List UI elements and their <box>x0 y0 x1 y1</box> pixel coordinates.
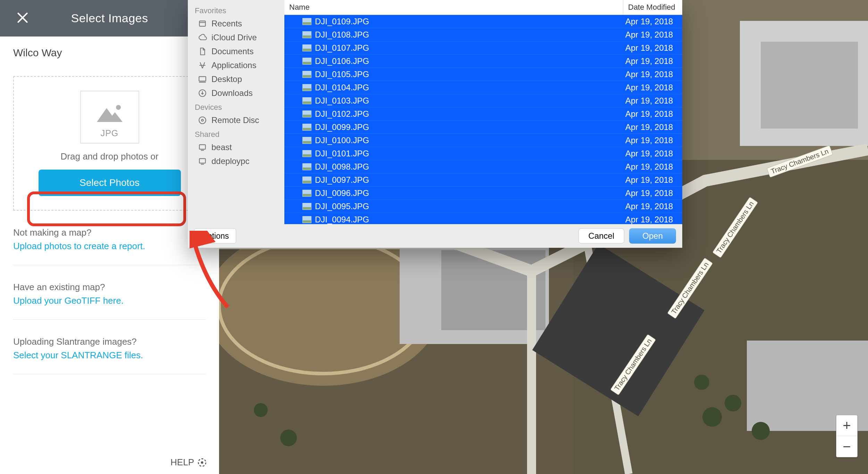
file-row[interactable]: DJI_0102.JPGApr 19, 2018 <box>284 107 682 121</box>
select-photos-button[interactable]: Select Photos <box>39 170 181 196</box>
svg-rect-36 <box>199 158 205 163</box>
file-row[interactable]: DJI_0099.JPGApr 19, 2018 <box>284 121 682 134</box>
file-row[interactable]: DJI_0101.JPGApr 19, 2018 <box>284 147 682 160</box>
icloud-drive-icon <box>198 33 207 42</box>
cancel-button[interactable]: Cancel <box>578 228 625 244</box>
file-date: Apr 19, 2018 <box>623 149 682 158</box>
svg-rect-13 <box>761 42 858 129</box>
sidebar-item-label: Remote Disc <box>211 115 259 125</box>
sidebar-item-label: Downloads <box>211 88 253 98</box>
sidebar-item-favorites[interactable]: iCloud Drive <box>188 31 284 44</box>
image-file-icon <box>302 84 311 91</box>
sidebar-item-favorites[interactable]: Desktop <box>188 72 284 86</box>
dialog-sidebar: Favorites RecentsiCloud DriveDocumentsAp… <box>188 0 284 224</box>
recents-icon <box>198 19 207 28</box>
file-name: DJI_0106.JPG <box>315 56 369 66</box>
file-date: Apr 19, 2018 <box>623 162 682 172</box>
file-open-dialog: Favorites RecentsiCloud DriveDocumentsAp… <box>188 0 682 248</box>
file-row[interactable]: DJI_0103.JPGApr 19, 2018 <box>284 94 682 107</box>
file-name: DJI_0094.JPG <box>315 215 369 224</box>
info-link[interactable]: Upload photos to create a report. <box>13 241 145 251</box>
zoom-out-button[interactable]: − <box>836 436 857 457</box>
mountains-icon <box>95 103 125 123</box>
zoom-in-button[interactable]: + <box>836 415 857 436</box>
documents-icon <box>198 47 207 56</box>
remote-disc-icon <box>198 115 207 125</box>
file-name: DJI_0104.JPG <box>315 83 369 92</box>
file-date: Apr 19, 2018 <box>623 109 682 119</box>
options-button[interactable]: Options <box>194 228 236 244</box>
svg-point-24 <box>752 422 770 440</box>
panel-header: Select Images <box>0 0 219 36</box>
file-row[interactable]: DJI_0096.JPGApr 19, 2018 <box>284 187 682 200</box>
dropzone-text: Drag and drop photos or <box>31 151 188 162</box>
svg-point-22 <box>725 395 741 411</box>
file-date: Apr 19, 2018 <box>623 30 682 40</box>
photo-dropzone[interactable]: JPG Drag and drop photos or Select Photo… <box>13 76 206 211</box>
image-file-icon <box>302 124 311 131</box>
sidebar-item-favorites[interactable]: Applications <box>188 58 284 72</box>
file-row[interactable]: DJI_0107.JPGApr 19, 2018 <box>284 41 682 55</box>
file-row[interactable]: DJI_0108.JPGApr 19, 2018 <box>284 28 682 41</box>
file-date: Apr 19, 2018 <box>623 70 682 79</box>
help-label: HELP <box>170 457 194 468</box>
file-row[interactable]: DJI_0097.JPGApr 19, 2018 <box>284 173 682 187</box>
column-date[interactable]: Date Modified <box>623 0 682 15</box>
info-block: Uploading Slantrange images?Select your … <box>13 336 206 374</box>
sidebar-item-favorites[interactable]: Documents <box>188 44 284 58</box>
svg-point-21 <box>702 407 722 427</box>
file-date: Apr 19, 2018 <box>623 202 682 211</box>
svg-rect-29 <box>199 76 206 81</box>
file-row[interactable]: DJI_0100.JPGApr 19, 2018 <box>284 134 682 147</box>
file-name: DJI_0098.JPG <box>315 162 369 172</box>
sidebar-item-favorites[interactable]: Downloads <box>188 86 284 100</box>
applications-icon <box>198 60 207 70</box>
info-link[interactable]: Upload your GeoTIFF here. <box>13 295 124 306</box>
file-row[interactable]: DJI_0106.JPGApr 19, 2018 <box>284 55 682 68</box>
file-name: DJI_0103.JPG <box>315 96 369 106</box>
file-row[interactable]: DJI_0098.JPGApr 19, 2018 <box>284 160 682 173</box>
image-file-icon <box>302 44 311 51</box>
column-name[interactable]: Name <box>284 0 623 15</box>
file-date: Apr 19, 2018 <box>623 122 682 132</box>
file-date: Apr 19, 2018 <box>623 56 682 66</box>
svg-point-3 <box>201 461 203 464</box>
image-file-icon <box>302 203 311 210</box>
beast-icon <box>198 142 207 152</box>
file-date: Apr 19, 2018 <box>623 215 682 224</box>
file-name: DJI_0102.JPG <box>315 109 369 119</box>
svg-point-33 <box>201 119 203 121</box>
file-date: Apr 19, 2018 <box>623 175 682 185</box>
svg-point-23 <box>694 375 709 390</box>
file-row[interactable]: DJI_0109.JPGApr 19, 2018 <box>284 15 682 28</box>
info-question: Not making a map? <box>13 227 206 238</box>
sidebar-item-shared[interactable]: ddeploypc <box>188 154 284 168</box>
close-icon[interactable] <box>15 10 31 26</box>
image-file-icon <box>302 216 311 223</box>
sidebar-item-favorites[interactable]: Recents <box>188 17 284 31</box>
file-row[interactable]: DJI_0095.JPGApr 19, 2018 <box>284 200 682 213</box>
sidebar-item-label: iCloud Drive <box>211 33 257 42</box>
help-button[interactable]: HELP <box>170 457 207 468</box>
sidebar-item-shared[interactable]: beast <box>188 140 284 154</box>
sidebar-heading-shared: Shared <box>188 127 284 140</box>
file-name: DJI_0105.JPG <box>315 70 369 79</box>
svg-marker-0 <box>97 108 123 122</box>
image-file-icon <box>302 58 311 65</box>
svg-rect-27 <box>199 21 205 26</box>
filetype-tile: JPG <box>80 91 139 144</box>
info-link[interactable]: Select your SLANTRANGE files. <box>13 350 143 360</box>
image-file-icon <box>302 150 311 157</box>
file-list-header[interactable]: Name Date Modified <box>284 0 682 15</box>
file-row[interactable]: DJI_0104.JPGApr 19, 2018 <box>284 81 682 94</box>
file-list[interactable]: DJI_0109.JPGApr 19, 2018DJI_0108.JPGApr … <box>284 15 682 224</box>
file-name: DJI_0099.JPG <box>315 122 369 132</box>
file-row[interactable]: DJI_0105.JPGApr 19, 2018 <box>284 68 682 81</box>
sidebar-item-label: Documents <box>211 47 253 56</box>
image-file-icon <box>302 111 311 117</box>
sidebar-item-devices[interactable]: Remote Disc <box>188 113 284 127</box>
file-row[interactable]: DJI_0094.JPGApr 19, 2018 <box>284 213 682 224</box>
file-date: Apr 19, 2018 <box>623 188 682 198</box>
open-button[interactable]: Open <box>629 228 676 244</box>
file-name: DJI_0109.JPG <box>315 17 369 26</box>
